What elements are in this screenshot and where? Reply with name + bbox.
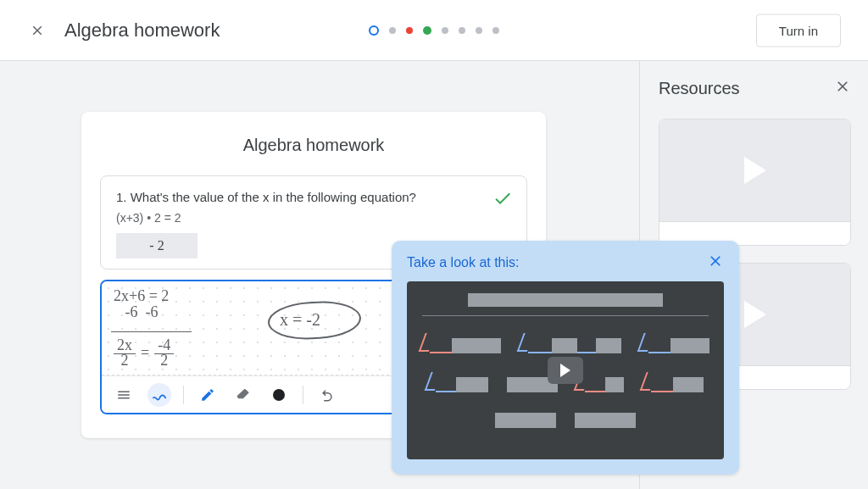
draw-icon[interactable]	[147, 383, 171, 407]
undo-icon[interactable]	[315, 383, 339, 407]
step-dot[interactable]	[492, 27, 499, 34]
eraser-icon[interactable]	[231, 383, 255, 407]
hint-video[interactable]	[407, 281, 724, 459]
close-icon[interactable]	[834, 78, 851, 98]
play-icon	[744, 157, 766, 184]
step-dot-incorrect[interactable]	[406, 27, 413, 34]
turn-in-button[interactable]: Turn in	[756, 14, 841, 47]
color-picker[interactable]	[267, 383, 291, 407]
hint-title: Take a look at this:	[407, 255, 520, 270]
step-dot-current[interactable]	[369, 25, 379, 36]
progress-stepper[interactable]	[369, 25, 499, 36]
step-dot[interactable]	[476, 27, 482, 34]
hint-overlay: Take a look at this:	[392, 241, 739, 475]
step-dot[interactable]	[389, 27, 396, 34]
pen-icon[interactable]	[196, 383, 220, 407]
resource-card[interactable]	[659, 119, 851, 246]
answer-input[interactable]: - 2	[116, 233, 198, 258]
video-thumbnail	[659, 119, 850, 221]
handwriting-work: 2x+6 = 2 -6 -6 2x2 = -42	[114, 288, 192, 369]
page-title: Algebra homework	[64, 19, 220, 42]
play-icon	[744, 301, 766, 328]
app-bar: Algebra homework Turn in	[0, 0, 868, 61]
video-title-placeholder	[468, 293, 663, 307]
close-icon[interactable]	[27, 20, 47, 41]
worksheet-title: Algebra homework	[100, 136, 527, 155]
toolbar-separator	[303, 386, 303, 404]
circled-answer: x = -2	[280, 310, 320, 330]
step-dot-correct[interactable]	[423, 26, 431, 35]
list-icon[interactable]	[112, 383, 136, 407]
step-dot[interactable]	[459, 27, 465, 34]
check-icon	[492, 188, 513, 212]
question-prompt: 1. What's the value of the x in the foll…	[116, 190, 511, 204]
resources-heading: Resources	[659, 79, 740, 98]
step-dot[interactable]	[442, 27, 448, 34]
question-equation: (x+3) • 2 = 2	[116, 211, 511, 225]
play-button[interactable]	[548, 357, 583, 384]
play-icon	[560, 364, 570, 377]
toolbar-separator	[183, 386, 184, 404]
workspace: Algebra homework 1. What's the value of …	[0, 61, 868, 489]
close-icon[interactable]	[707, 253, 724, 273]
